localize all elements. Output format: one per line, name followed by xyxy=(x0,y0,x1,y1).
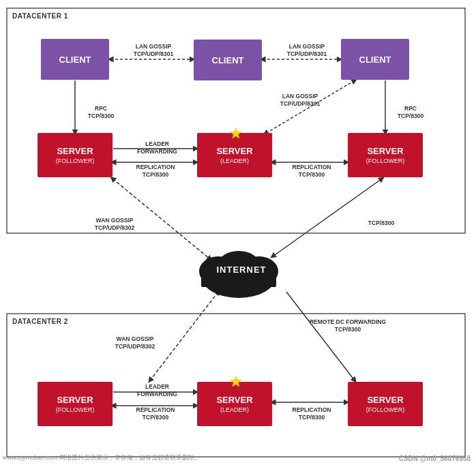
internet-label: INTERNET xyxy=(214,265,269,275)
svg-line-16 xyxy=(286,292,355,380)
server6-sub: (FOLLOWER) xyxy=(366,406,405,413)
rpc-right-label: RPCTCP/8300 xyxy=(390,105,431,120)
lan-gossip-label-2: LAN GOSSIPTCP/UDP/8301 xyxy=(273,43,341,58)
leader-fwd-dc2-label: LEADERFORWARDING xyxy=(121,383,193,398)
replication-dc1-right-label: REPLICATIONTCP/8300 xyxy=(278,164,346,179)
server3-sub: (FOLLOWER) xyxy=(366,158,405,164)
footer-left: www.toymoban.com 网络图片仅供展示，非存储，如有侵权请联系删除。 xyxy=(3,453,200,462)
replication-dc2-left-label: REPLICATIONTCP/8300 xyxy=(121,406,190,421)
replication-dc1-left-label: REPLICATIONTCP/8300 xyxy=(121,164,190,179)
client1-label: CLIENT xyxy=(59,55,91,65)
client1-box: CLIENT xyxy=(41,39,109,80)
rpc-left-label: RPCTCP/8300 xyxy=(80,105,121,120)
server5-sub: (LEADER) xyxy=(220,406,249,413)
client2-box: CLIENT xyxy=(194,40,262,80)
server5-label: SERVER xyxy=(216,395,252,405)
star-dc2: ★ xyxy=(229,373,243,391)
leader-fwd-dc1-label: LEADERFORWARDING xyxy=(121,140,193,155)
lan-gossip-label-3: LAN GOSSIPTCP/UDP/8301 xyxy=(266,93,334,108)
client3-label: CLIENT xyxy=(359,55,391,65)
footer-right: CSDN @m0_58076958 xyxy=(399,455,471,462)
svg-line-14 xyxy=(273,179,382,256)
server3-label: SERVER xyxy=(367,146,403,156)
svg-point-20 xyxy=(201,254,276,298)
datacenter2-label: DATACENTER 2 xyxy=(12,318,68,325)
server3-box: SERVER (FOLLOWER) xyxy=(348,133,423,177)
wan-gossip-dc2-label: WAN GOSSIPTCP/UDP/8302 xyxy=(101,335,169,350)
lan-gossip-label-1: LAN GOSSIPTCP/UDP/8301 xyxy=(119,43,188,58)
replication-dc2-right-label: REPLICATIONTCP/8300 xyxy=(278,406,346,421)
tcp8300-right-label: TCP/8300 xyxy=(357,220,405,227)
server1-sub: (FOLLOWER) xyxy=(56,158,95,164)
server4-box: SERVER (FOLLOWER) xyxy=(38,382,113,426)
star-dc1: ★ xyxy=(229,125,243,142)
datacenter1-label: DATACENTER 1 xyxy=(12,12,68,20)
server2-label: SERVER xyxy=(216,146,252,156)
client2-label: CLIENT xyxy=(212,55,244,65)
server2-sub: (LEADER) xyxy=(220,158,249,164)
server4-label: SERVER xyxy=(57,395,93,405)
svg-rect-24 xyxy=(201,276,276,287)
server1-box: SERVER (FOLLOWER) xyxy=(38,133,113,177)
server6-label: SERVER xyxy=(367,395,403,405)
wan-gossip-dc1-label: WAN GOSSIPTCP/UDP/8302 xyxy=(80,217,149,232)
server4-sub: (FOLLOWER) xyxy=(56,406,95,413)
diagram: INTERNET DATACENTER 1 DATACENTER 2 CLIEN… xyxy=(0,0,476,465)
server1-label: SERVER xyxy=(57,146,93,156)
client3-box: CLIENT xyxy=(341,39,409,80)
remote-dc-fwd-label: REMOTE DC FORWARDINGTCP/8300 xyxy=(293,318,402,333)
server6-box: SERVER (FOLLOWER) xyxy=(348,382,423,426)
